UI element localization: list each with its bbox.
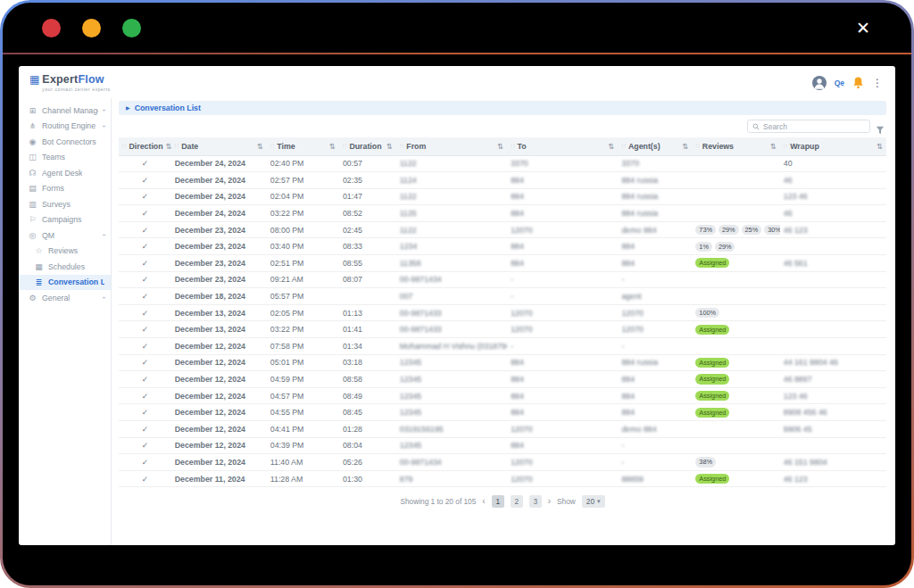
review-score-badge[interactable]: 29% (715, 242, 735, 252)
column-header-from[interactable]: ∷From⇅ (396, 137, 507, 155)
assigned-badge[interactable]: Assigned (695, 474, 729, 484)
drag-handle-icon[interactable]: ∷ (343, 143, 346, 150)
sort-icon[interactable]: ⇅ (608, 142, 614, 151)
table-row[interactable]: ✓December 24, 202402:04 PM01:47112288488… (119, 188, 886, 205)
sort-icon[interactable]: ⇅ (877, 142, 883, 151)
column-header-date[interactable]: ∷Date⇅ (171, 137, 267, 155)
table-row[interactable]: ✓December 24, 202403:22 PM08:52112588488… (119, 205, 886, 222)
sidebar-item-reviews[interactable]: ☆Reviews (19, 244, 111, 260)
review-score-badge[interactable]: 1% (695, 242, 712, 252)
sidebar-item-agent-desk[interactable]: ☊Agent Desk (19, 165, 111, 181)
assigned-badge[interactable]: Assigned (695, 258, 729, 268)
column-header-reviews[interactable]: ∷Reviews⇅ (692, 137, 779, 155)
table-row[interactable]: ✓December 13, 202403:22 PM01:4100-987143… (119, 321, 886, 338)
sidebar-item-forms[interactable]: ▤Forms (19, 181, 111, 197)
time-cell: 04:59 PM (267, 371, 339, 388)
table-row[interactable]: ✓December 12, 202404:55 PM08:45123458848… (119, 404, 886, 421)
column-header-agent-s[interactable]: ∷Agent(s)⇅ (618, 137, 692, 155)
assigned-badge[interactable]: Assigned (695, 374, 729, 384)
sidebar-item-qm[interactable]: ◎QM› (19, 228, 111, 244)
drag-handle-icon[interactable]: ∷ (122, 143, 126, 150)
drag-handle-icon[interactable]: ∷ (175, 143, 179, 150)
page-button-3[interactable]: 3 (529, 495, 542, 508)
table-row[interactable]: ✓December 11, 202411:28 AM01:30879120708… (119, 470, 886, 487)
maximize-traffic-light[interactable] (122, 19, 141, 37)
assigned-badge[interactable]: Assigned (695, 358, 729, 368)
sidebar-item-bot-connectors[interactable]: ◉Bot Connectors (19, 134, 111, 150)
review-score-badge[interactable]: 25% (742, 225, 762, 235)
table-row[interactable]: ✓December 23, 202409:21 AM08:0700-987143… (119, 271, 886, 288)
pagination-next-icon[interactable]: › (548, 497, 551, 506)
table-row[interactable]: ✓December 12, 202404:41 PM01:28031915619… (119, 421, 886, 438)
sort-icon[interactable]: ⇅ (257, 142, 263, 151)
sidebar-item-campaigns[interactable]: ⚐Campaigns (19, 212, 111, 228)
pagination-prev-icon[interactable]: ‹ (482, 497, 485, 506)
sidebar-item-surveys[interactable]: ▥Surveys (19, 196, 111, 212)
reviews-cell: 38% (692, 454, 779, 471)
table-row[interactable]: ✓December 12, 202404:59 PM08:58123458848… (119, 371, 886, 388)
sidebar-item-schedules[interactable]: ▦Schedules (19, 259, 111, 275)
review-score-badge[interactable]: 38% (695, 457, 716, 467)
user-name[interactable]: Qe (835, 79, 844, 87)
conversation-table: ∷Direction⇅∷Date⇅∷Time⇅∷Duration⇅∷From⇅∷… (119, 137, 886, 487)
column-header-duration[interactable]: ∷Duration⇅ (339, 137, 396, 155)
assigned-badge[interactable]: Assigned (695, 391, 729, 401)
filter-funnel-icon[interactable] (876, 122, 885, 131)
sort-icon[interactable]: ⇅ (497, 142, 503, 151)
page-button-1[interactable]: 1 (492, 495, 504, 508)
kebab-menu-icon[interactable]: ⋮ (872, 78, 883, 88)
assigned-badge[interactable]: Assigned (695, 408, 729, 418)
table-row[interactable]: ✓December 12, 202405:01 PM03:18123458848… (119, 354, 886, 371)
from-cell: 1234 (396, 238, 507, 255)
page-button-2[interactable]: 2 (511, 495, 523, 508)
pagination-summary: Showing 1 to 20 of 105 (400, 497, 476, 506)
review-score-badge[interactable]: 100% (695, 308, 719, 318)
drag-handle-icon[interactable]: ∷ (695, 143, 699, 150)
sidebar-item-conversation-list[interactable]: ≣Conversation List (19, 275, 111, 291)
table-row[interactable]: ✓December 12, 202404:39 PM08:0412345884- (119, 437, 886, 454)
review-score-badge[interactable]: 73% (695, 225, 716, 235)
close-icon[interactable]: ✕ (856, 20, 870, 37)
drag-handle-icon[interactable]: ∷ (784, 143, 787, 150)
sort-icon[interactable]: ⇅ (166, 142, 172, 151)
minimize-traffic-light[interactable] (82, 19, 101, 37)
sort-icon[interactable]: ⇅ (386, 142, 393, 151)
drag-handle-icon[interactable]: ∷ (621, 143, 625, 150)
table-row[interactable]: ✓December 23, 202403:40 PM08:33123488488… (119, 238, 886, 255)
review-score-badge[interactable]: 30% (764, 225, 780, 235)
sidebar-item-channel-manager[interactable]: ⊞Channel Manager› (19, 103, 111, 119)
table-row[interactable]: ✓December 12, 202411:40 AM05:2600-987143… (119, 454, 886, 471)
drag-handle-icon[interactable]: ∷ (400, 143, 403, 150)
table-row[interactable]: ✓December 24, 202402:57 PM02:35112488488… (119, 172, 886, 189)
table-row[interactable]: ✓December 12, 202407:58 PM01:34Mohammad … (119, 338, 886, 355)
table-row[interactable]: ✓December 24, 202402:40 PM00:57112233703… (119, 155, 886, 172)
column-header-direction[interactable]: ∷Direction⇅ (119, 137, 171, 155)
sort-icon[interactable]: ⇅ (770, 142, 777, 151)
close-traffic-light[interactable] (42, 19, 61, 37)
user-avatar[interactable] (812, 76, 827, 90)
date-cell: December 12, 2024 (171, 371, 267, 388)
column-header-time[interactable]: ∷Time⇅ (267, 137, 339, 155)
sidebar-item-general[interactable]: ⚙General› (19, 290, 111, 306)
column-header-to[interactable]: ∷To⇅ (507, 137, 618, 155)
table-row[interactable]: ✓December 18, 202405:57 PM007-agent (119, 288, 886, 305)
table-row[interactable]: ✓December 23, 202402:51 PM08:55113588848… (119, 255, 886, 272)
page-size-select[interactable]: 20 ▾ (582, 495, 605, 508)
table-row[interactable]: ✓December 23, 202408:00 PM02:45112212070… (119, 221, 886, 238)
sort-icon[interactable]: ⇅ (329, 142, 336, 151)
drag-handle-icon[interactable]: ∷ (511, 143, 514, 150)
notifications-bell-icon[interactable] (852, 77, 864, 89)
table-row[interactable]: ✓December 13, 202402:05 PM01:1300-987143… (119, 304, 886, 321)
assigned-badge[interactable]: Assigned (695, 325, 729, 335)
sidebar-item-routing-engine[interactable]: ⋔Routing Engine› (19, 119, 111, 135)
drag-handle-icon[interactable]: ∷ (270, 143, 274, 150)
review-score-badge[interactable]: 29% (719, 225, 739, 235)
search-input[interactable] (763, 122, 865, 131)
table-row[interactable]: ✓December 12, 202404:57 PM08:49123458848… (119, 387, 886, 404)
wrapup-cell: 46 (780, 205, 886, 222)
to-cell: 884 (507, 437, 618, 454)
column-header-wrapup[interactable]: ∷Wrapup⇅ (780, 137, 886, 155)
sidebar-item-teams[interactable]: ◫Teams (19, 150, 111, 166)
sort-icon[interactable]: ⇅ (682, 142, 688, 151)
breadcrumb[interactable]: ▶ Conversation List (119, 101, 886, 115)
